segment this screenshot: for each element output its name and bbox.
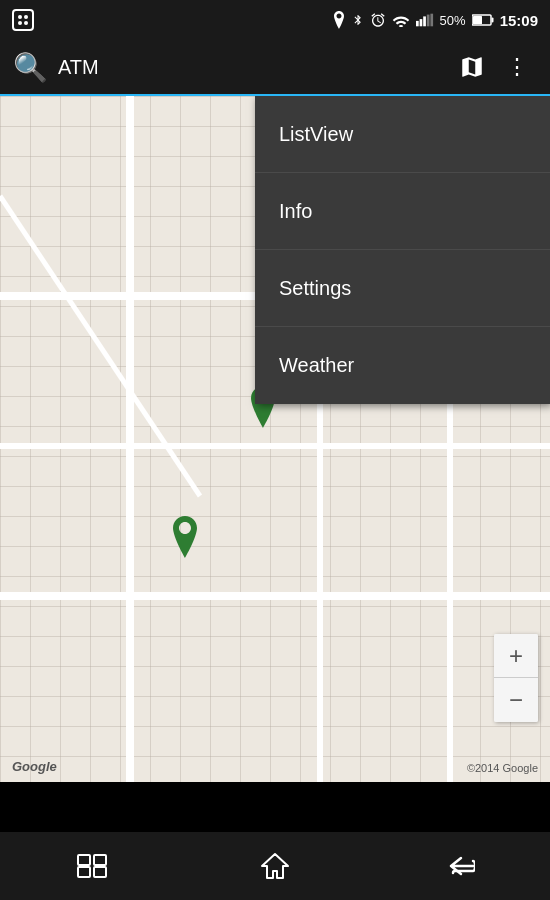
wifi-icon xyxy=(392,13,410,27)
svg-rect-15 xyxy=(78,855,90,865)
more-options-button[interactable]: ⋮ xyxy=(494,45,538,89)
svg-rect-2 xyxy=(423,16,426,26)
menu-item-weather[interactable]: Weather xyxy=(255,327,550,404)
app-title: ATM xyxy=(58,56,450,79)
pin-icon xyxy=(170,516,200,558)
svg-rect-7 xyxy=(473,16,482,24)
status-time: 15:09 xyxy=(500,12,538,29)
back-button[interactable] xyxy=(428,844,488,888)
menu-item-info[interactable]: Info xyxy=(255,173,550,250)
svg-line-14 xyxy=(0,196,200,496)
svg-rect-18 xyxy=(94,867,106,877)
recent-apps-icon xyxy=(76,853,108,879)
svg-rect-17 xyxy=(78,867,90,877)
more-dots-icon: ⋮ xyxy=(506,54,527,80)
app-bar: 🔍 ATM ⋮ xyxy=(0,40,550,96)
status-bar: 50% 15:09 xyxy=(0,0,550,40)
map-icon xyxy=(459,54,485,80)
home-icon xyxy=(260,851,290,881)
svg-rect-4 xyxy=(430,14,433,27)
recent-apps-button[interactable] xyxy=(62,844,122,888)
menu-item-settings[interactable]: Settings xyxy=(255,250,550,327)
status-right: 50% 15:09 xyxy=(332,11,538,29)
bluetooth-icon xyxy=(352,11,364,29)
nav-bar xyxy=(0,832,550,900)
map-marker-2[interactable] xyxy=(170,516,200,558)
app-icon: 🔍 xyxy=(12,49,48,85)
zoom-in-button[interactable]: + xyxy=(494,634,538,678)
blackberry-icon xyxy=(12,9,34,31)
svg-rect-6 xyxy=(491,18,493,23)
zoom-out-button[interactable]: − xyxy=(494,678,538,722)
battery-icon xyxy=(472,14,494,26)
status-left xyxy=(12,9,34,31)
svg-rect-16 xyxy=(94,855,106,865)
battery-percentage: 50% xyxy=(440,13,466,28)
svg-rect-0 xyxy=(416,21,419,26)
back-icon xyxy=(441,855,475,877)
location-icon xyxy=(332,11,346,29)
home-button[interactable] xyxy=(245,844,305,888)
zoom-controls: + − xyxy=(494,634,538,722)
google-watermark: Google xyxy=(12,759,57,774)
alarm-icon xyxy=(370,12,386,28)
menu-item-listview[interactable]: ListView xyxy=(255,96,550,173)
signal-icon xyxy=(416,13,434,27)
svg-rect-1 xyxy=(419,19,422,26)
svg-marker-19 xyxy=(262,854,288,878)
map-view-button[interactable] xyxy=(450,45,494,89)
copyright-text: ©2014 Google xyxy=(467,762,538,774)
dropdown-menu: ListView Info Settings Weather xyxy=(255,96,550,404)
map-area[interactable]: ListView Info Settings Weather + − Googl… xyxy=(0,96,550,782)
svg-rect-3 xyxy=(426,15,429,27)
